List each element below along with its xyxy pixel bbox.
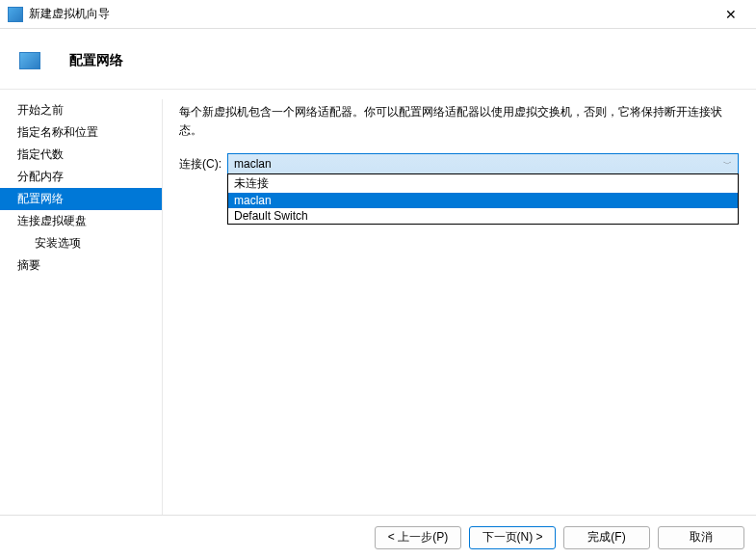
titlebar: 新建虚拟机向导 ✕ <box>0 0 756 29</box>
cancel-button[interactable]: 取消 <box>658 526 744 549</box>
dropdown-option-1[interactable]: maclan <box>228 193 738 208</box>
finish-button[interactable]: 完成(F) <box>563 526 650 549</box>
sidebar-step-2[interactable]: 指定代数 <box>0 144 162 166</box>
connection-dropdown: 未连接maclanDefault Switch <box>227 173 739 225</box>
header-icon <box>19 52 40 69</box>
previous-button[interactable]: < 上一步(P) <box>375 526 461 549</box>
chevron-down-icon: ﹀ <box>723 158 732 171</box>
sidebar-step-0[interactable]: 开始之前 <box>0 99 162 121</box>
sidebar-step-5[interactable]: 连接虚拟硬盘 <box>0 210 162 232</box>
wizard-footer: < 上一步(P) 下一页(N) > 完成(F) 取消 <box>0 515 756 559</box>
next-button[interactable]: 下一页(N) > <box>469 526 556 549</box>
sidebar-step-7[interactable]: 摘要 <box>0 254 162 277</box>
sidebar-step-1[interactable]: 指定名称和位置 <box>0 121 162 144</box>
connection-combobox[interactable]: maclan ﹀ <box>227 153 739 174</box>
page-title: 配置网络 <box>69 52 123 69</box>
main-panel: 每个新虚拟机包含一个网络适配器。你可以配置网络适配器以使用虚拟交换机，否则，它将… <box>162 90 756 506</box>
dropdown-option-2[interactable]: Default Switch <box>228 208 738 224</box>
wizard-steps-sidebar: 开始之前指定名称和位置指定代数分配内存配置网络连接虚拟硬盘安装选项摘要 <box>0 90 162 506</box>
connection-label: 连接(C): <box>179 153 222 173</box>
wizard-header: 配置网络 <box>0 29 756 90</box>
dropdown-option-0[interactable]: 未连接 <box>228 174 738 193</box>
connection-field: 连接(C): maclan ﹀ 未连接maclanDefault Switch <box>179 153 739 174</box>
sidebar-step-4[interactable]: 配置网络 <box>0 188 162 210</box>
sidebar-step-3[interactable]: 分配内存 <box>0 166 162 188</box>
description-text: 每个新虚拟机包含一个网络适配器。你可以配置网络适配器以使用虚拟交换机，否则，它将… <box>179 103 739 140</box>
content-area: 开始之前指定名称和位置指定代数分配内存配置网络连接虚拟硬盘安装选项摘要 每个新虚… <box>0 90 756 506</box>
app-icon <box>8 7 23 22</box>
sidebar-step-6[interactable]: 安装选项 <box>0 232 162 254</box>
close-button[interactable]: ✕ <box>710 1 752 28</box>
connection-value: maclan <box>234 157 723 171</box>
connection-combo-wrap: maclan ﹀ 未连接maclanDefault Switch <box>227 153 739 174</box>
window-title: 新建虚拟机向导 <box>29 6 710 22</box>
